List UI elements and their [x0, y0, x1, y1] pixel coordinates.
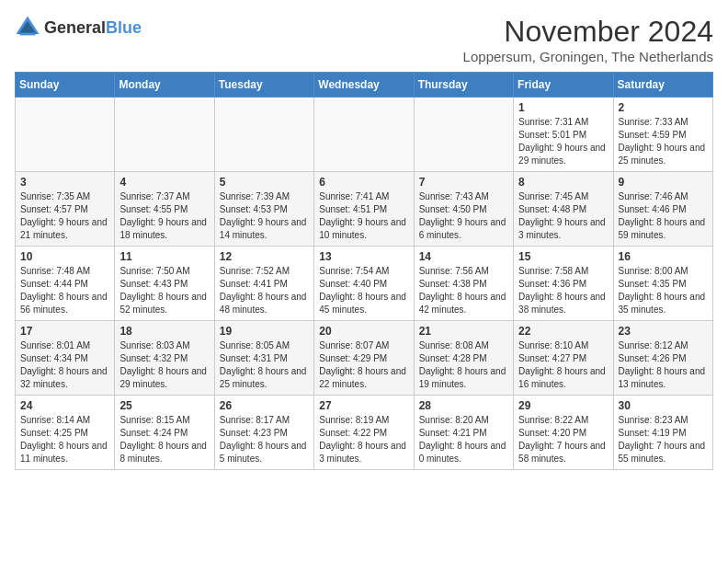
day-info: Sunrise: 8:00 AM Sunset: 4:35 PM Dayligh… [619, 265, 708, 316]
day-number: 11 [119, 250, 209, 263]
day-info: Sunrise: 7:54 AM Sunset: 4:40 PM Dayligh… [319, 265, 408, 316]
calendar-week-3: 10Sunrise: 7:48 AM Sunset: 4:44 PM Dayli… [16, 247, 713, 321]
day-number: 22 [518, 325, 608, 338]
title-block: November 2024 Loppersum, Groningen, The … [463, 15, 713, 64]
day-info: Sunrise: 8:23 AM Sunset: 4:19 PM Dayligh… [619, 414, 708, 465]
day-info: Sunrise: 8:01 AM Sunset: 4:34 PM Dayligh… [20, 339, 109, 391]
calendar-day: 19Sunrise: 8:05 AM Sunset: 4:31 PM Dayli… [214, 321, 313, 396]
calendar-day [414, 98, 513, 172]
col-header-sunday: Sunday [16, 73, 115, 98]
day-number: 15 [518, 250, 608, 263]
day-number: 16 [619, 250, 708, 263]
calendar-day: 2Sunrise: 7:33 AM Sunset: 4:59 PM Daylig… [613, 98, 712, 172]
logo: GeneralBlue [15, 15, 142, 40]
day-number: 5 [220, 176, 309, 189]
day-info: Sunrise: 8:07 AM Sunset: 4:29 PM Dayligh… [319, 339, 408, 391]
day-info: Sunrise: 8:12 AM Sunset: 4:26 PM Dayligh… [619, 339, 708, 391]
day-info: Sunrise: 8:20 AM Sunset: 4:21 PM Dayligh… [419, 414, 508, 465]
day-number: 21 [419, 325, 508, 338]
calendar-day: 14Sunrise: 7:56 AM Sunset: 4:38 PM Dayli… [414, 247, 513, 321]
calendar-day: 27Sunrise: 8:19 AM Sunset: 4:22 PM Dayli… [314, 396, 414, 470]
calendar-table: SundayMondayTuesdayWednesdayThursdayFrid… [15, 72, 713, 470]
calendar-day: 18Sunrise: 8:03 AM Sunset: 4:32 PM Dayli… [115, 321, 214, 396]
day-info: Sunrise: 7:52 AM Sunset: 4:41 PM Dayligh… [220, 265, 309, 316]
calendar-day: 22Sunrise: 8:10 AM Sunset: 4:27 PM Dayli… [514, 321, 613, 396]
day-number: 28 [419, 399, 508, 412]
calendar-day: 9Sunrise: 7:46 AM Sunset: 4:46 PM Daylig… [613, 172, 712, 247]
calendar-day: 3Sunrise: 7:35 AM Sunset: 4:57 PM Daylig… [16, 172, 115, 247]
day-info: Sunrise: 7:41 AM Sunset: 4:51 PM Dayligh… [319, 190, 408, 242]
calendar-header-row: SundayMondayTuesdayWednesdayThursdayFrid… [16, 73, 713, 98]
day-info: Sunrise: 7:37 AM Sunset: 4:55 PM Dayligh… [119, 190, 209, 242]
day-info: Sunrise: 8:15 AM Sunset: 4:24 PM Dayligh… [119, 414, 209, 465]
col-header-thursday: Thursday [414, 73, 513, 98]
calendar-day: 6Sunrise: 7:41 AM Sunset: 4:51 PM Daylig… [314, 172, 414, 247]
day-info: Sunrise: 7:39 AM Sunset: 4:53 PM Dayligh… [220, 190, 309, 242]
calendar-day: 26Sunrise: 8:17 AM Sunset: 4:23 PM Dayli… [214, 396, 313, 470]
page-header: GeneralBlue November 2024 Loppersum, Gro… [15, 15, 713, 64]
day-number: 1 [518, 101, 608, 114]
calendar-day: 29Sunrise: 8:22 AM Sunset: 4:20 PM Dayli… [514, 396, 613, 470]
calendar-day: 24Sunrise: 8:14 AM Sunset: 4:25 PM Dayli… [16, 396, 115, 470]
calendar-day: 13Sunrise: 7:54 AM Sunset: 4:40 PM Dayli… [314, 247, 414, 321]
day-info: Sunrise: 7:33 AM Sunset: 4:59 PM Dayligh… [619, 116, 708, 167]
day-info: Sunrise: 7:31 AM Sunset: 5:01 PM Dayligh… [518, 116, 608, 167]
day-number: 25 [119, 399, 209, 412]
day-number: 26 [220, 399, 309, 412]
day-number: 20 [319, 325, 408, 338]
day-number: 3 [20, 176, 109, 189]
day-number: 23 [619, 325, 708, 338]
calendar-day: 15Sunrise: 7:58 AM Sunset: 4:36 PM Dayli… [514, 247, 613, 321]
day-info: Sunrise: 8:03 AM Sunset: 4:32 PM Dayligh… [119, 339, 209, 391]
calendar-day: 1Sunrise: 7:31 AM Sunset: 5:01 PM Daylig… [514, 98, 613, 172]
day-info: Sunrise: 7:35 AM Sunset: 4:57 PM Dayligh… [20, 190, 109, 242]
day-info: Sunrise: 8:17 AM Sunset: 4:23 PM Dayligh… [220, 414, 309, 465]
month-title: November 2024 [463, 15, 713, 49]
day-number: 27 [319, 399, 408, 412]
calendar-day: 25Sunrise: 8:15 AM Sunset: 4:24 PM Dayli… [115, 396, 214, 470]
calendar-day: 11Sunrise: 7:50 AM Sunset: 4:43 PM Dayli… [115, 247, 214, 321]
day-number: 8 [518, 176, 608, 189]
day-info: Sunrise: 7:45 AM Sunset: 4:48 PM Dayligh… [518, 190, 608, 242]
day-number: 4 [119, 176, 209, 189]
calendar-day: 16Sunrise: 8:00 AM Sunset: 4:35 PM Dayli… [613, 247, 712, 321]
day-info: Sunrise: 7:46 AM Sunset: 4:46 PM Dayligh… [619, 190, 708, 242]
calendar-day: 7Sunrise: 7:43 AM Sunset: 4:50 PM Daylig… [414, 172, 513, 247]
calendar-day: 21Sunrise: 8:08 AM Sunset: 4:28 PM Dayli… [414, 321, 513, 396]
day-info: Sunrise: 8:14 AM Sunset: 4:25 PM Dayligh… [20, 414, 109, 465]
calendar-day: 5Sunrise: 7:39 AM Sunset: 4:53 PM Daylig… [214, 172, 313, 247]
day-number: 6 [319, 176, 408, 189]
calendar-week-2: 3Sunrise: 7:35 AM Sunset: 4:57 PM Daylig… [16, 172, 713, 247]
day-number: 30 [619, 399, 708, 412]
logo-text: GeneralBlue [44, 18, 142, 38]
calendar-day: 23Sunrise: 8:12 AM Sunset: 4:26 PM Dayli… [613, 321, 712, 396]
day-number: 24 [20, 399, 109, 412]
calendar-day: 10Sunrise: 7:48 AM Sunset: 4:44 PM Dayli… [16, 247, 115, 321]
calendar-day: 17Sunrise: 8:01 AM Sunset: 4:34 PM Dayli… [16, 321, 115, 396]
day-number: 17 [20, 325, 109, 338]
col-header-tuesday: Tuesday [214, 73, 313, 98]
col-header-friday: Friday [514, 73, 613, 98]
calendar-day: 28Sunrise: 8:20 AM Sunset: 4:21 PM Dayli… [414, 396, 513, 470]
svg-rect-2 [20, 33, 36, 36]
day-info: Sunrise: 8:08 AM Sunset: 4:28 PM Dayligh… [419, 339, 508, 391]
day-info: Sunrise: 7:58 AM Sunset: 4:36 PM Dayligh… [518, 265, 608, 316]
day-number: 2 [619, 101, 708, 114]
calendar-day: 30Sunrise: 8:23 AM Sunset: 4:19 PM Dayli… [613, 396, 712, 470]
location: Loppersum, Groningen, The Netherlands [463, 49, 713, 64]
day-info: Sunrise: 8:22 AM Sunset: 4:20 PM Dayligh… [518, 414, 608, 465]
calendar-day: 20Sunrise: 8:07 AM Sunset: 4:29 PM Dayli… [314, 321, 414, 396]
day-number: 7 [419, 176, 508, 189]
day-number: 29 [518, 399, 608, 412]
day-number: 9 [619, 176, 708, 189]
day-info: Sunrise: 8:05 AM Sunset: 4:31 PM Dayligh… [220, 339, 309, 391]
day-number: 10 [20, 250, 109, 263]
calendar-day [314, 98, 414, 172]
calendar-week-4: 17Sunrise: 8:01 AM Sunset: 4:34 PM Dayli… [16, 321, 713, 396]
col-header-wednesday: Wednesday [314, 73, 414, 98]
day-info: Sunrise: 8:10 AM Sunset: 4:27 PM Dayligh… [518, 339, 608, 391]
day-number: 19 [220, 325, 309, 338]
day-number: 14 [419, 250, 508, 263]
calendar-day [16, 98, 115, 172]
calendar-day: 4Sunrise: 7:37 AM Sunset: 4:55 PM Daylig… [115, 172, 214, 247]
